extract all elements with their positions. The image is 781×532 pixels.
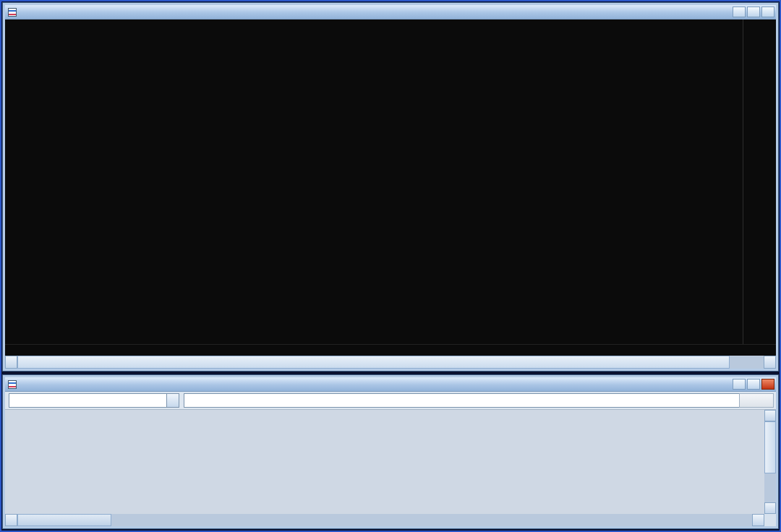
chart-scroll-thumb[interactable] — [17, 356, 730, 369]
chart-horizontal-scrollbar[interactable] — [5, 356, 776, 369]
chart-scroll-track[interactable] — [730, 356, 764, 369]
sheet-horizontal-scrollbar[interactable] — [5, 514, 764, 526]
price-axis[interactable] — [743, 20, 776, 344]
sheet-select[interactable] — [9, 393, 179, 408]
sheet-hscroll-thumb[interactable] — [17, 514, 111, 526]
close-button[interactable] — [761, 379, 774, 390]
sheet-toolbar — [5, 392, 776, 410]
sheet-hscroll-track[interactable] — [111, 514, 752, 526]
chart-client — [5, 20, 776, 369]
sheet-client — [5, 392, 776, 526]
scroll-left-icon[interactable] — [5, 356, 17, 369]
chart-window — [3, 3, 778, 371]
sheet-vscroll-thumb[interactable] — [764, 421, 776, 473]
minimize-button[interactable] — [733, 7, 746, 17]
restore-button[interactable] — [747, 7, 760, 17]
app-desktop — [0, 0, 781, 532]
sheet-vertical-scrollbar[interactable] — [764, 410, 776, 514]
chevron-down-icon[interactable] — [166, 394, 179, 407]
close-button[interactable] — [761, 7, 774, 17]
sheet-window-titlebar[interactable] — [5, 377, 776, 392]
scrollbar-corner — [764, 514, 776, 526]
minimize-button[interactable] — [733, 379, 746, 390]
formula-input[interactable] — [184, 393, 743, 408]
sheet-vscroll-track[interactable] — [764, 473, 776, 502]
chart-window-titlebar[interactable] — [5, 5, 776, 20]
spreadsheet-window — [3, 375, 778, 528]
scroll-left-icon[interactable] — [5, 514, 17, 526]
scroll-up-icon[interactable] — [764, 410, 776, 421]
spreadsheet-grid — [5, 410, 776, 526]
scroll-down-icon[interactable] — [764, 502, 776, 514]
details-button[interactable] — [739, 393, 774, 408]
chart-window-icon — [8, 8, 17, 17]
candlestick-plot[interactable] — [5, 20, 222, 128]
scroll-right-icon[interactable] — [752, 514, 764, 526]
sheet-window-icon — [8, 380, 17, 389]
sheet-select-value — [9, 394, 166, 407]
restore-button[interactable] — [747, 379, 760, 390]
scroll-right-icon[interactable] — [764, 356, 776, 369]
time-axis[interactable] — [5, 344, 776, 356]
